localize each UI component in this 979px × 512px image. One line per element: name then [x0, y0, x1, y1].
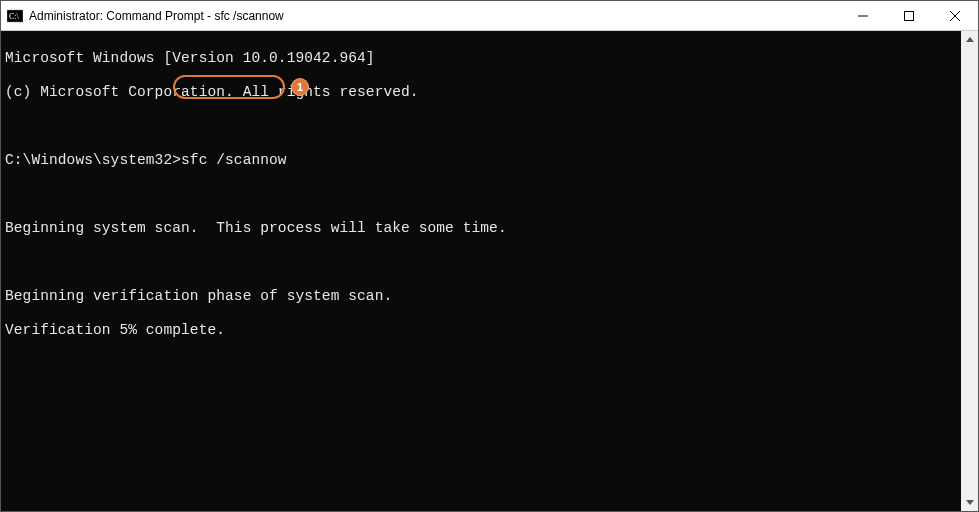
svg-marker-7: [966, 500, 974, 505]
window-title: Administrator: Command Prompt - sfc /sca…: [29, 9, 840, 23]
command-text: sfc /scannow: [181, 152, 287, 168]
svg-rect-3: [905, 11, 914, 20]
maximize-button[interactable]: [886, 1, 932, 30]
close-button[interactable]: [932, 1, 978, 30]
client-area: Microsoft Windows [Version 10.0.19042.96…: [1, 31, 978, 511]
cmd-icon: C:\: [7, 8, 23, 24]
svg-marker-6: [966, 37, 974, 42]
output-line: Microsoft Windows [Version 10.0.19042.96…: [5, 50, 957, 67]
scroll-up-icon[interactable]: [961, 31, 978, 48]
svg-text:C:\: C:\: [9, 12, 20, 21]
terminal-output[interactable]: Microsoft Windows [Version 10.0.19042.96…: [1, 31, 961, 511]
output-line: Beginning verification phase of system s…: [5, 288, 957, 305]
output-line: Beginning system scan. This process will…: [5, 220, 957, 237]
output-blank: [5, 254, 957, 271]
window-controls: [840, 1, 978, 30]
output-line: Verification 5% complete.: [5, 322, 957, 339]
output-line: (c) Microsoft Corporation. All rights re…: [5, 84, 957, 101]
prompt-prefix: C:\Windows\system32>: [5, 152, 181, 168]
scroll-down-icon[interactable]: [961, 494, 978, 511]
output-blank: [5, 186, 957, 203]
minimize-button[interactable]: [840, 1, 886, 30]
output-blank: [5, 118, 957, 135]
titlebar[interactable]: C:\ Administrator: Command Prompt - sfc …: [1, 1, 978, 31]
command-prompt-window: C:\ Administrator: Command Prompt - sfc …: [0, 0, 979, 512]
vertical-scrollbar[interactable]: [961, 31, 978, 511]
prompt-line: C:\Windows\system32>sfc /scannow: [5, 152, 957, 169]
